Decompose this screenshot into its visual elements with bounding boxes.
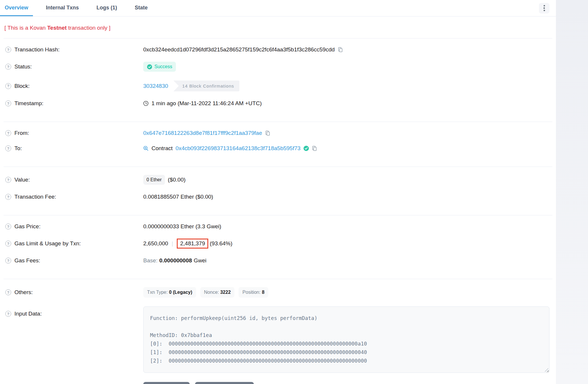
help-icon	[5, 145, 11, 151]
help-icon	[5, 64, 11, 70]
to-address-link[interactable]: 0x4cb093f226983713164a62138c3f718a5b595f…	[176, 145, 301, 152]
from-label: From:	[14, 130, 29, 136]
base-fee-unit: Gwei	[194, 257, 206, 264]
gas-used-highlight-box: 2,481,379	[177, 239, 208, 249]
timestamp-row: Timestamp: 1 min ago (Mar-11-2022 11:46:…	[0, 96, 556, 111]
clock-icon	[143, 101, 149, 106]
tab-overview[interactable]: Overview	[0, 0, 33, 16]
gas-used-percent: (93.64%)	[210, 240, 232, 247]
help-icon	[5, 311, 11, 317]
transaction-details-card: Overview Internal Txns Logs (1) State [ …	[0, 0, 556, 384]
block-label: Block:	[14, 83, 30, 89]
help-icon	[5, 100, 11, 106]
view-input-as-button[interactable]: View Input As	[143, 382, 190, 384]
value-usd: ($0.00)	[168, 177, 186, 183]
verified-check-icon	[304, 146, 309, 151]
block-row: Block: 30324830 14 Block Confirmations	[0, 76, 556, 96]
gas-used-value: 2,481,379	[180, 240, 205, 247]
base-fee-value: 0.000000008	[159, 257, 192, 264]
help-icon	[5, 130, 11, 136]
transaction-hash-label: Transaction Hash:	[14, 46, 59, 53]
decode-input-data-button[interactable]: Decode Input Data	[195, 382, 254, 384]
gas-limit-value: 2,650,000	[143, 240, 168, 247]
pipe-separator: |	[172, 240, 173, 247]
gas-fees-row: Gas Fees: Base: 0.000000008 Gwei	[0, 253, 556, 268]
value-label: Value:	[14, 177, 30, 183]
help-icon	[5, 224, 11, 229]
ether-value-badge: 0 Ether	[143, 175, 165, 185]
from-row: From: 0x647e7168122263d8e7f81f17fff9c2f1…	[0, 125, 556, 141]
search-plus-icon	[143, 146, 149, 151]
gas-limit-label: Gas Limit & Usage by Txn:	[14, 240, 81, 247]
txn-type-badge: Txn Type: 0 (Legacy)	[143, 287, 196, 298]
gas-limit-row: Gas Limit & Usage by Txn: 2,650,000 | 2,…	[0, 234, 556, 253]
from-address-link[interactable]: 0x647e7168122263d8e7f81f17fff9c2f1aa379f…	[143, 130, 262, 136]
help-icon	[5, 194, 11, 200]
copy-icon[interactable]	[312, 146, 317, 151]
tab-internal-txns[interactable]: Internal Txns	[41, 0, 84, 16]
base-fee-label: Base:	[143, 257, 158, 264]
transaction-hash-value: 0xcb324eedcd1d07296fdf3d215a2865275f159c…	[143, 46, 335, 53]
tab-logs[interactable]: Logs (1)	[92, 0, 122, 16]
block-confirmations-badge: 14 Block Confirmations	[174, 81, 239, 91]
help-icon	[5, 83, 11, 89]
to-label: To:	[14, 145, 22, 152]
gas-fees-label: Gas Fees:	[14, 257, 40, 264]
help-icon	[5, 47, 11, 53]
status-badge: Success	[143, 62, 176, 72]
input-data-row: Input Data: Function: performUpkeep(uint…	[0, 302, 556, 377]
timestamp-value: 1 min ago (Mar-11-2022 11:46:24 AM +UTC)	[151, 100, 262, 107]
tabbar: Overview Internal Txns Logs (1) State	[0, 0, 556, 16]
others-row: Others: Txn Type: 0 (Legacy) Nonce: 3222…	[0, 283, 556, 302]
testnet-notice: [ This is a Kovan Testnet transaction on…	[4, 25, 556, 31]
copy-icon[interactable]	[338, 47, 343, 52]
check-circle-icon	[147, 64, 152, 69]
gas-price-row: Gas Price: 0.0000000033 Ether (3.3 Gwei)	[0, 219, 556, 234]
kebab-menu-icon[interactable]	[539, 3, 549, 14]
gas-price-value: 0.0000000033 Ether (3.3 Gwei)	[143, 223, 221, 230]
status-row: Status: Success	[0, 57, 556, 76]
transaction-fee-row: Transaction Fee: 0.0081885507 Ether ($0.…	[0, 189, 556, 204]
transaction-fee-value: 0.0081885507 Ether ($0.00)	[143, 194, 213, 200]
tab-state[interactable]: State	[130, 0, 152, 16]
transaction-hash-row: Transaction Hash: 0xcb324eedcd1d07296fdf…	[0, 42, 556, 57]
input-actions: View Input As Decode Input Data	[143, 382, 556, 384]
to-type: Contract	[151, 145, 173, 152]
status-label: Status:	[14, 63, 32, 70]
value-row: Value: 0 Ether ($0.00)	[0, 170, 556, 189]
nonce-badge: Nonce: 3222	[200, 287, 235, 298]
help-icon	[5, 241, 11, 247]
gas-price-label: Gas Price:	[14, 223, 41, 230]
block-number-link[interactable]: 30324830	[143, 83, 168, 89]
copy-icon[interactable]	[265, 130, 270, 136]
others-label: Others:	[14, 289, 33, 296]
to-row: To: Contract 0x4cb093f226983713164a62138…	[0, 141, 556, 156]
input-data-textarea[interactable]: Function: performUpkeep(uint256 id, byte…	[143, 306, 549, 373]
help-icon	[5, 177, 11, 183]
position-badge: Position: 8	[239, 287, 268, 298]
input-data-label: Input Data:	[14, 311, 42, 317]
timestamp-label: Timestamp:	[14, 100, 44, 107]
help-icon	[5, 258, 11, 264]
transaction-fee-label: Transaction Fee:	[14, 194, 56, 200]
help-icon	[5, 289, 11, 295]
